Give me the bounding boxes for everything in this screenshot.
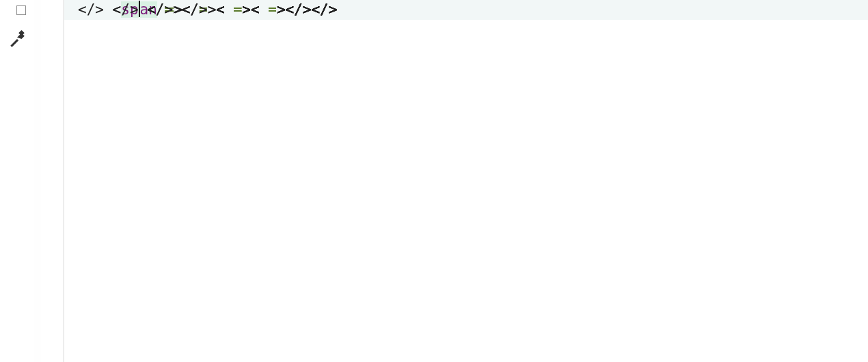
- build-hammer-icon[interactable]: [8, 30, 26, 48]
- code-editor: < => <span => < => < => < =>< =></></> <…: [0, 0, 868, 362]
- code-line[interactable]: </>: [64, 0, 868, 20]
- gutter-icons: [0, 0, 34, 362]
- fold-gutter: [41, 0, 64, 362]
- code-area[interactable]: < => <span => < => < => < =>< =></></> <…: [64, 0, 868, 362]
- breakpoint-marker[interactable]: [16, 5, 26, 15]
- breakpoint-strip[interactable]: [34, 0, 41, 362]
